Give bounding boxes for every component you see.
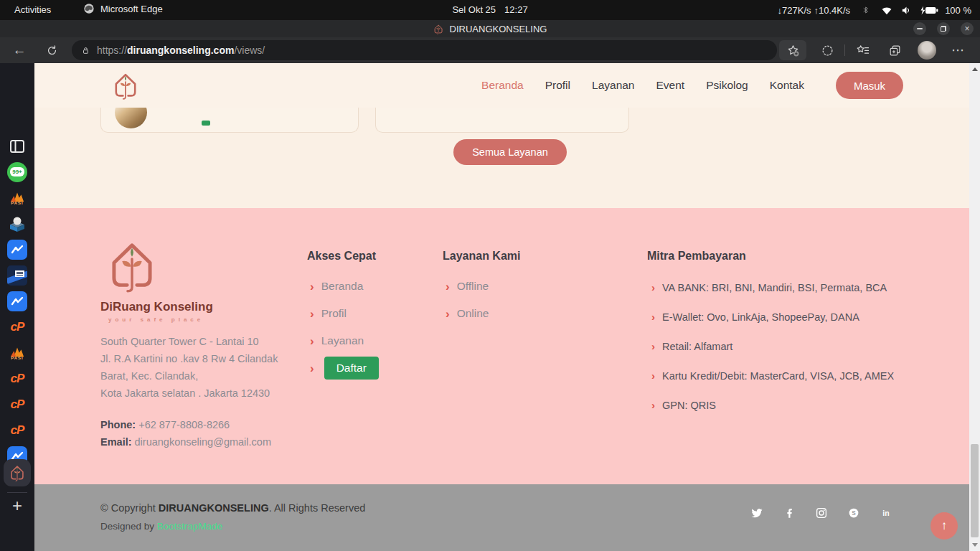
footer-link-row: ›Profil (307, 300, 379, 327)
favorites-bar-button[interactable] (852, 37, 874, 63)
footer-link-profil[interactable]: Profil (321, 307, 347, 320)
dock-item-cpanel-1[interactable]: cP (6, 316, 29, 339)
profile-avatar[interactable] (918, 41, 936, 60)
footer-link-offline[interactable]: Offline (457, 280, 489, 293)
footer-link-beranda[interactable]: Beranda (321, 280, 364, 293)
footer-link-layanan[interactable]: Layanan (321, 334, 364, 347)
footer-link-online[interactable]: Online (457, 307, 489, 320)
nav-link-layanan[interactable]: Layanan (592, 79, 634, 92)
browser-essentials-button[interactable] (816, 37, 838, 63)
nav-link-profil[interactable]: Profil (545, 79, 570, 92)
footer-brand-tagline: your safe place (108, 316, 316, 323)
facebook-icon (783, 507, 796, 519)
payment-item-row: ›VA BANK: BRI, BNI, Mandiri, BSI, Permat… (647, 273, 934, 302)
scroll-to-top-button[interactable]: ↑ (930, 512, 958, 540)
dock-item-cpanel-4[interactable]: cP (6, 419, 29, 442)
cpanel-icon: cP (11, 320, 24, 334)
dock-item-wave-app-2[interactable] (6, 290, 29, 313)
svg-text:S: S (852, 510, 856, 517)
nav-link-psikolog[interactable]: Psikolog (706, 79, 748, 92)
main-nav: Beranda Profil Layanan Event Psikolog Ko… (481, 63, 903, 108)
pasi-flame-icon: PASI (9, 191, 25, 205)
scrollbar-up-arrow[interactable] (972, 67, 978, 71)
facebook-link[interactable] (783, 507, 796, 519)
footer-link-row: ›Daftar (307, 354, 379, 382)
nav-link-event[interactable]: Event (656, 79, 685, 92)
dock-item-pasi[interactable]: PASI (6, 187, 29, 209)
whatsapp-unread-badge: 99+ (12, 169, 22, 175)
chevron-right-icon: › (310, 281, 314, 293)
dock-item-wave-app-1[interactable] (6, 238, 29, 261)
back-icon: ← (13, 42, 27, 58)
scrollbar-thumb[interactable] (971, 444, 979, 537)
footer-address: South Quarter Tower C - Lantai 10 Jl. R.… (100, 333, 316, 402)
edge-icon (83, 3, 95, 14)
ubuntu-top-bar: Activities Microsoft Edge Sel Okt 25 12:… (0, 0, 980, 20)
payment-item-row: ›E-Wallet: Ovo, LinkAja, ShopeePay, DANA (647, 302, 934, 331)
skype-link[interactable]: S (847, 507, 860, 519)
register-button[interactable]: Daftar (324, 357, 379, 380)
close-button[interactable]: × (961, 22, 974, 35)
dock-item-diruangkonseling-active[interactable] (4, 459, 31, 486)
minimize-button[interactable] (913, 22, 926, 35)
copyright-text: © Copyright DIRUANGKONSELING. All Rights… (100, 502, 365, 514)
system-status-area[interactable]: ↓727K/s ↑10.4K/s 100 % (778, 0, 971, 20)
window-controls: × (913, 22, 974, 35)
ubuntu-dock: 99+ PASI (0, 63, 34, 551)
footer-link-row: ›Online (443, 300, 520, 327)
focused-app-indicator[interactable]: Microsoft Edge (83, 3, 163, 14)
url-path: /views/ (234, 44, 265, 56)
back-button[interactable]: ← (10, 37, 29, 63)
chevron-right-icon: › (446, 308, 450, 320)
instagram-link[interactable] (815, 507, 828, 519)
wifi-icon (880, 5, 893, 16)
arrow-up-icon: ↑ (941, 519, 948, 533)
refresh-icon (46, 44, 58, 57)
scrollbar-down-arrow[interactable] (972, 543, 978, 547)
whatsapp-icon: 99+ (7, 162, 27, 182)
dock-item-whatsapp[interactable]: 99+ (6, 161, 29, 184)
nav-link-kontak[interactable]: Kontak (770, 79, 804, 92)
refresh-button[interactable] (42, 37, 62, 63)
cpanel-icon: cP (11, 397, 24, 412)
collections-button[interactable] (884, 37, 905, 63)
clock[interactable]: Sel Okt 25 12:27 (452, 4, 527, 15)
star-plus-icon (786, 44, 800, 57)
browser-scrollbar[interactable] (969, 63, 980, 551)
dock-item-cpanel-2[interactable]: cP (6, 367, 29, 390)
copyright-brand: DIRUANGKONSELING (159, 502, 269, 514)
network-speed: ↓727K/s ↑10.4K/s (778, 5, 851, 16)
dock-add-button[interactable]: + (6, 495, 29, 517)
dock-item-files[interactable] (6, 135, 29, 158)
footer-logo-icon (100, 238, 164, 293)
active-tab[interactable]: DIRUANGKONSELING (433, 20, 547, 37)
site-logo-icon[interactable] (111, 71, 140, 100)
address-bar[interactable]: https://diruangkonseling.com/views/ (72, 40, 777, 60)
add-favorite-button[interactable] (779, 40, 806, 60)
footer-email: Email: diruangkonseling@gmail.com (100, 433, 316, 451)
designer-link[interactable]: BootstrapMade (157, 521, 223, 532)
designed-by-text: Designed by BootstrapMade (100, 521, 222, 532)
twitter-link[interactable] (750, 507, 763, 519)
payment-item-row: ›GPN: QRIS (647, 390, 934, 420)
battery-charging-icon (920, 6, 938, 15)
dock-item-badge-app[interactable] (6, 264, 29, 287)
clock-date: Sel Okt 25 (452, 4, 496, 15)
login-button[interactable]: Masuk (836, 72, 903, 99)
bluetooth-icon (861, 4, 871, 16)
dock-item-cpanel-3[interactable]: cP (6, 393, 29, 416)
dock-item-pasi-2[interactable]: PASI (6, 342, 29, 364)
footer-link-row: ›Beranda (307, 273, 379, 300)
all-services-button[interactable]: Semua Layanan (453, 139, 567, 165)
address-line: Kota Jakarta selatan . Jakarta 12430 (100, 385, 316, 402)
dock-item-box-app[interactable] (6, 212, 29, 235)
nav-link-beranda[interactable]: Beranda (481, 79, 524, 92)
chevron-right-icon: › (651, 370, 655, 381)
activities-button[interactable]: Activities (14, 4, 51, 15)
settings-menu-button[interactable]: ⋯ (947, 37, 969, 63)
restore-button[interactable] (937, 22, 950, 35)
linkedin-link[interactable]: in (880, 507, 892, 519)
cpanel-icon: cP (11, 372, 24, 386)
partial-green-mark (202, 121, 210, 126)
wave-app-icon (7, 291, 27, 311)
